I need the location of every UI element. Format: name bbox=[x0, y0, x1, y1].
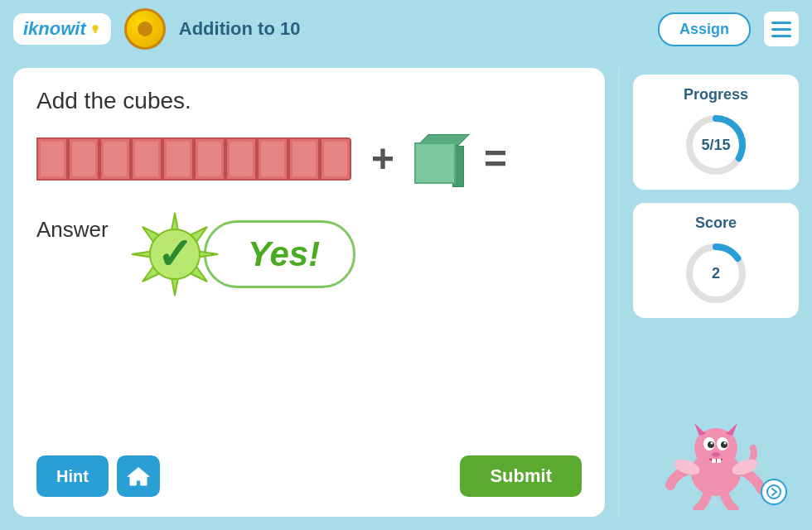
svg-point-19 bbox=[712, 452, 720, 457]
svg-rect-1 bbox=[94, 31, 97, 31]
cube-7 bbox=[225, 137, 257, 181]
panel-divider bbox=[618, 68, 620, 517]
svg-rect-21 bbox=[717, 459, 721, 463]
progress-value: 5/15 bbox=[701, 137, 730, 154]
logo-text: iknowit bbox=[23, 18, 86, 40]
logo: iknowit bbox=[13, 13, 111, 45]
hint-button[interactable]: Hint bbox=[36, 455, 109, 497]
header: iknowit Addition to 10 Assign bbox=[0, 0, 812, 58]
feedback-overlay: ✓ Yes! bbox=[129, 209, 355, 300]
score-label: Score bbox=[695, 214, 737, 232]
right-panel: Progress 5/15 Score 2 bbox=[633, 68, 799, 517]
cube-10 bbox=[320, 137, 351, 181]
svg-point-17 bbox=[711, 442, 713, 445]
yes-pill: Yes! bbox=[204, 220, 355, 288]
left-panel: Add the cubes. + bbox=[13, 68, 605, 517]
equals-sign: = bbox=[484, 139, 507, 179]
main-content: Add the cubes. + bbox=[0, 58, 812, 530]
plus-sign: + bbox=[371, 139, 394, 179]
progress-label: Progress bbox=[684, 86, 748, 104]
svg-rect-2 bbox=[94, 32, 96, 33]
progress-box: Progress 5/15 bbox=[633, 75, 799, 190]
cube-6 bbox=[194, 137, 225, 181]
cube-3 bbox=[99, 137, 131, 181]
cube-4 bbox=[131, 137, 162, 181]
home-icon bbox=[127, 465, 150, 488]
menu-line-3 bbox=[771, 35, 791, 37]
starburst-badge: ✓ bbox=[129, 209, 220, 300]
left-buttons: Hint bbox=[36, 455, 160, 497]
math-visual: + = bbox=[36, 134, 582, 184]
score-box: Score 2 bbox=[633, 203, 799, 318]
cube-row bbox=[36, 137, 351, 181]
bottom-bar: Hint Submit bbox=[13, 455, 605, 517]
nav-arrow-button[interactable] bbox=[761, 479, 787, 505]
bulb-icon bbox=[89, 23, 101, 35]
cube-2 bbox=[68, 137, 99, 181]
arrow-icon bbox=[766, 484, 781, 499]
submit-button[interactable]: Submit bbox=[460, 455, 582, 497]
svg-marker-23 bbox=[726, 423, 737, 436]
score-value: 2 bbox=[712, 265, 720, 282]
coin bbox=[124, 8, 166, 50]
progress-ring: 5/15 bbox=[683, 112, 749, 178]
menu-line-1 bbox=[771, 22, 791, 24]
coin-inner bbox=[138, 22, 152, 36]
cubes-rod bbox=[36, 137, 351, 181]
lesson-title: Addition to 10 bbox=[179, 18, 645, 40]
menu-button[interactable] bbox=[764, 12, 799, 46]
cube-5 bbox=[162, 137, 194, 181]
answer-label: Answer bbox=[36, 217, 109, 243]
single-cube-face bbox=[414, 142, 456, 184]
question-instruction: Add the cubes. bbox=[36, 88, 582, 114]
assign-button[interactable]: Assign bbox=[658, 12, 751, 46]
yes-text: Yes! bbox=[248, 234, 320, 273]
svg-marker-22 bbox=[694, 423, 706, 436]
home-button[interactable] bbox=[117, 455, 160, 497]
checkmark-icon: ✓ bbox=[157, 233, 193, 276]
single-cube bbox=[414, 134, 464, 184]
svg-point-18 bbox=[724, 442, 727, 445]
cube-8 bbox=[257, 137, 288, 181]
score-ring: 2 bbox=[683, 240, 749, 306]
cube-9 bbox=[288, 137, 320, 181]
menu-line-2 bbox=[771, 28, 791, 31]
svg-point-26 bbox=[767, 485, 781, 499]
cube-1 bbox=[36, 137, 68, 181]
svg-rect-20 bbox=[712, 459, 716, 463]
mascot-character bbox=[658, 411, 774, 510]
svg-point-0 bbox=[92, 25, 98, 31]
